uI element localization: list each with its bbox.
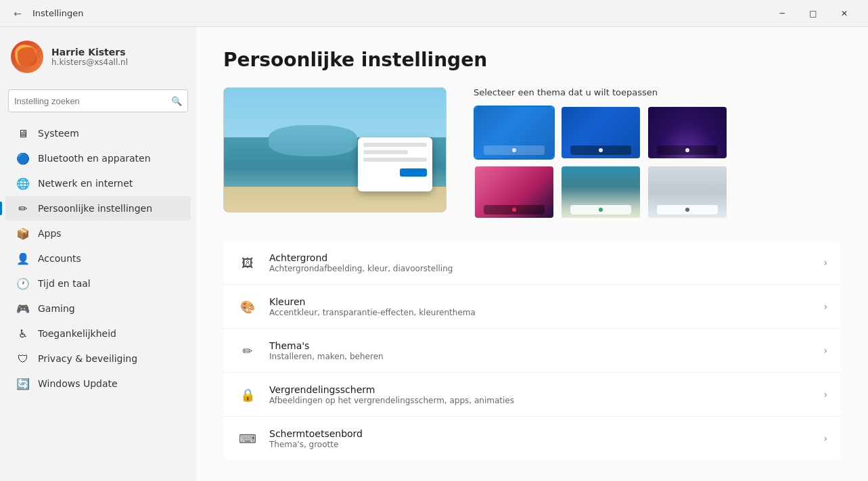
nav-label-systeem: Systeem: [38, 128, 79, 139]
dot-5: [599, 208, 603, 212]
nav-list: 🖥 Systeem 🔵 Bluetooth en apparaten 🌐 Net…: [0, 120, 196, 396]
nav-label-persoonlijk: Persoonlijke instellingen: [38, 203, 152, 214]
theme-bg-5: [562, 166, 640, 218]
settings-icon-schermtoetsenbord: ⌨: [237, 428, 258, 449]
avatar: [11, 41, 43, 73]
nav-label-privacy: Privacy & beveiliging: [38, 353, 137, 364]
chevron-right-icon-themas: ›: [823, 345, 827, 356]
sidebar-item-bluetooth[interactable]: 🔵 Bluetooth en apparaten: [5, 146, 191, 170]
chevron-right-icon-achtergrond: ›: [823, 257, 827, 268]
nav-label-bluetooth: Bluetooth en apparaten: [38, 153, 151, 164]
sidebar-item-apps[interactable]: 📦 Apps: [5, 221, 191, 246]
preview-button-area: [363, 168, 427, 177]
sidebar-item-systeem[interactable]: 🖥 Systeem: [5, 121, 191, 145]
app-title: Instellingen: [32, 8, 767, 18]
theme-card-1[interactable]: [474, 106, 555, 160]
maximize-button[interactable]: □: [798, 3, 829, 24]
close-button[interactable]: ✕: [829, 3, 860, 24]
window-controls: ─ □ ✕: [767, 3, 860, 24]
chevron-right-icon-kleuren: ›: [823, 301, 827, 312]
dot-6: [685, 208, 689, 212]
settings-title-achtergrond: Achtergrond: [269, 252, 813, 263]
sidebar-item-gaming[interactable]: 🎮 Gaming: [5, 296, 191, 321]
landscape-bg: [224, 88, 446, 212]
sidebar: Harrie Kisters h.kisters@xs4all.nl 🔍 🖥 S…: [0, 27, 196, 481]
settings-list: 🖼 Achtergrond Achtergrondafbeelding, kle…: [223, 241, 841, 460]
nav-label-gaming: Gaming: [38, 303, 75, 314]
preview-dialog-btn: [400, 168, 427, 177]
settings-title-themas: Thema's: [269, 340, 813, 351]
nav-label-netwerk: Netwerk en internet: [38, 178, 133, 189]
titlebar: ← Instellingen ─ □ ✕: [0, 0, 868, 27]
settings-icon-vergrendelingsscherm: 🔒: [237, 384, 258, 405]
theme-card-5[interactable]: [560, 165, 641, 219]
settings-subtitle-themas: Installeren, maken, beheren: [269, 352, 813, 361]
settings-title-kleuren: Kleuren: [269, 296, 813, 307]
theme-bg-2: [562, 107, 640, 158]
theme-preview-area: [223, 87, 447, 212]
theme-card-3[interactable]: [647, 106, 728, 160]
nav-icon-toegankelijkheid: ♿: [16, 327, 30, 340]
sidebar-item-netwerk[interactable]: 🌐 Netwerk en internet: [5, 171, 191, 196]
preview-line-2: [363, 150, 408, 154]
nav-icon-accounts: 👤: [16, 252, 30, 265]
theme-bg-3: [648, 107, 727, 158]
nav-icon-bluetooth: 🔵: [16, 152, 30, 165]
settings-text-schermtoetsenbord: Schermtoetsenbord Thema's, grootte: [269, 428, 813, 449]
search-input[interactable]: [14, 96, 171, 106]
settings-item-achtergrond[interactable]: 🖼 Achtergrond Achtergrondafbeelding, kle…: [223, 241, 841, 285]
minimize-button[interactable]: ─: [767, 3, 798, 24]
dot-3: [685, 148, 689, 152]
themes-section: Selecteer een thema dat u wilt toepassen: [223, 87, 841, 219]
dot-1: [512, 148, 516, 152]
settings-text-vergrendelingsscherm: Vergrendelingsscherm Afbeeldingen op het…: [269, 384, 813, 405]
back-button[interactable]: ←: [8, 4, 27, 23]
chevron-right-icon-vergrendelingsscherm: ›: [823, 389, 827, 400]
settings-text-achtergrond: Achtergrond Achtergrondafbeelding, kleur…: [269, 252, 813, 273]
settings-icon-kleuren: 🎨: [237, 296, 258, 317]
search-icon: 🔍: [171, 96, 182, 106]
taskbar-6: [657, 205, 718, 214]
nav-label-toegankelijkheid: Toegankelijkheid: [38, 328, 116, 339]
theme-grid: [474, 106, 841, 219]
theme-bg-1: [475, 107, 553, 158]
sidebar-item-tijd[interactable]: 🕐 Tijd en taal: [5, 271, 191, 296]
nav-label-accounts: Accounts: [38, 253, 81, 264]
theme-bg-4: [475, 166, 553, 218]
nav-icon-apps: 📦: [16, 227, 30, 240]
theme-card-4[interactable]: [474, 165, 555, 219]
sidebar-item-privacy[interactable]: 🛡 Privacy & beveiliging: [5, 346, 191, 371]
dot-4: [512, 208, 516, 212]
sidebar-item-accounts[interactable]: 👤 Accounts: [5, 246, 191, 271]
search-box: 🔍: [8, 89, 188, 112]
settings-subtitle-kleuren: Accentkleur, transparantie-effecten, kle…: [269, 308, 813, 317]
preview-line-1: [363, 143, 427, 147]
user-email: h.kisters@xs4all.nl: [51, 58, 128, 67]
main-content: Persoonlijke instellingen: [196, 27, 868, 481]
taskbar-4: [484, 205, 545, 214]
settings-item-schermtoetsenbord[interactable]: ⌨ Schermtoetsenbord Thema's, grootte ›: [223, 417, 841, 460]
settings-item-themas[interactable]: ✏ Thema's Installeren, maken, beheren ›: [223, 329, 841, 373]
nav-icon-privacy: 🛡: [16, 352, 30, 365]
theme-card-2[interactable]: [560, 106, 641, 160]
sidebar-item-update[interactable]: 🔄 Windows Update: [5, 371, 191, 396]
settings-text-kleuren: Kleuren Accentkleur, transparantie-effec…: [269, 296, 813, 317]
app-body: Harrie Kisters h.kisters@xs4all.nl 🔍 🖥 S…: [0, 27, 868, 481]
settings-title-schermtoetsenbord: Schermtoetsenbord: [269, 428, 813, 439]
nav-icon-persoonlijk: ✏: [16, 202, 30, 215]
settings-item-kleuren[interactable]: 🎨 Kleuren Accentkleur, transparantie-eff…: [223, 285, 841, 329]
settings-subtitle-vergrendelingsscherm: Afbeeldingen op het vergrendelingsscherm…: [269, 396, 813, 405]
sidebar-item-persoonlijk[interactable]: ✏ Persoonlijke instellingen: [5, 196, 191, 221]
theme-card-6[interactable]: [647, 165, 728, 219]
sidebar-item-toegankelijkheid[interactable]: ♿ Toegankelijkheid: [5, 321, 191, 346]
taskbar-3: [657, 145, 718, 155]
nav-icon-update: 🔄: [16, 377, 30, 390]
nav-icon-gaming: 🎮: [16, 302, 30, 315]
dot-2: [599, 148, 603, 152]
settings-text-themas: Thema's Installeren, maken, beheren: [269, 340, 813, 361]
settings-item-vergrendelingsscherm[interactable]: 🔒 Vergrendelingsscherm Afbeeldingen op h…: [223, 373, 841, 417]
settings-icon-achtergrond: 🖼: [237, 252, 258, 273]
settings-icon-themas: ✏: [237, 340, 258, 361]
nav-label-update: Windows Update: [38, 378, 118, 389]
settings-subtitle-achtergrond: Achtergrondafbeelding, kleur, diavoorste…: [269, 264, 813, 273]
